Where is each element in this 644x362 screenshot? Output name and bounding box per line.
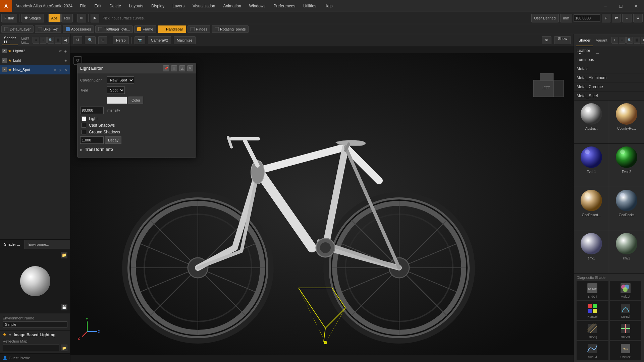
layer-frame[interactable]: Frame xyxy=(134,25,156,33)
shader-card-eval2[interactable]: Eval 2 xyxy=(609,144,644,187)
rotate-button[interactable]: ↺ xyxy=(73,36,82,44)
remove-light-button[interactable]: − xyxy=(40,37,47,44)
play-button[interactable]: ▶ xyxy=(91,14,99,22)
env-name-input[interactable] xyxy=(3,321,67,327)
rp-tab-shader[interactable]: Shader Li... xyxy=(576,34,593,46)
add-light-button[interactable]: + xyxy=(33,37,39,44)
zoom-button[interactable]: 🔍 xyxy=(85,36,96,44)
diag-curevl[interactable]: CurEvl xyxy=(610,301,642,320)
preview-folder-button[interactable]: 📁 xyxy=(61,252,67,258)
settings-button[interactable]: ⚙ xyxy=(633,14,643,22)
menu-delete[interactable]: Delete xyxy=(105,0,125,12)
light-check[interactable]: ✓ xyxy=(2,49,7,53)
menu-preferences[interactable]: Preferences xyxy=(270,0,300,12)
grid-button[interactable]: ⊞ xyxy=(77,14,86,22)
diag-mulcol[interactable]: MulCol xyxy=(610,281,642,300)
menu-layers[interactable]: Layers xyxy=(168,0,189,12)
minimize-button[interactable]: − xyxy=(598,0,613,12)
light-checkbox[interactable]: ✓ xyxy=(82,116,86,121)
viewport-canvas[interactable]: ↺ X Y Z LEFT xyxy=(70,46,574,362)
reflection-map-input[interactable] xyxy=(3,345,59,351)
rp-tab-variant[interactable]: Variant ... xyxy=(593,34,610,46)
cast-shadows-checkbox[interactable] xyxy=(82,123,86,128)
tab-shader[interactable]: Shader ... xyxy=(0,240,24,249)
light-check[interactable]: ✓ xyxy=(2,58,7,63)
browse-button[interactable]: 📁 xyxy=(61,345,67,351)
layer-trettlager[interactable]: Trettlager_cyli... xyxy=(95,25,133,33)
current-light-select[interactable]: New_Spot xyxy=(107,76,134,84)
layer-bikeref[interactable]: Bike_Ref xyxy=(35,25,61,33)
show-button[interactable]: Show xyxy=(554,36,571,44)
stages-button[interactable]: ⬟ Stages xyxy=(21,14,44,22)
value-input[interactable] xyxy=(574,14,600,22)
diag-rancol[interactable]: RanCol xyxy=(577,301,608,320)
menu-edit[interactable]: Edit xyxy=(90,0,105,12)
settings-shader-button[interactable]: ⚙ xyxy=(641,37,644,44)
transform-button[interactable]: ↔ xyxy=(622,14,632,22)
diag-horver[interactable]: HorVer xyxy=(610,321,642,340)
shader-item-leather[interactable]: Leather xyxy=(574,46,644,55)
shader-card-eval1[interactable]: Eval 1 xyxy=(574,144,609,187)
panel-expand-button[interactable]: ◀ xyxy=(62,37,69,44)
pin-button[interactable]: 📌 xyxy=(163,65,169,71)
rel-button[interactable]: Rel xyxy=(61,14,73,22)
intensity-input[interactable] xyxy=(80,107,104,114)
tab-shader-list[interactable]: Shader Li... xyxy=(2,35,18,45)
close-button[interactable]: ✕ xyxy=(629,0,644,12)
menu-visualization[interactable]: Visualization xyxy=(189,0,219,12)
diag-isoang[interactable]: IsoAng xyxy=(577,321,608,340)
filter-button[interactable]: ☰ xyxy=(55,37,61,44)
shader-item-metals[interactable]: Metals xyxy=(574,64,644,73)
guest-profile-bar[interactable]: 👤 Guest Profile xyxy=(0,353,70,362)
shader-item-luminous[interactable]: Luminous xyxy=(574,55,644,64)
snap-button[interactable]: H xyxy=(602,14,610,22)
ground-shadows-checkbox[interactable] xyxy=(82,130,86,134)
shader-card-country[interactable]: CountryRo... xyxy=(609,101,644,143)
menu-file[interactable]: File xyxy=(76,0,90,12)
camera-icon-btn[interactable]: 📷 xyxy=(135,36,145,44)
layer-accessories[interactable]: Accessories xyxy=(63,25,94,33)
menu-animation[interactable]: Animation xyxy=(219,0,245,12)
diag-surevl[interactable]: SurEvl xyxy=(577,341,608,360)
shader-card-geodesert[interactable]: GeoDesert... xyxy=(574,187,609,230)
shader-card-env2[interactable]: env2 xyxy=(609,230,644,273)
transform-info-header[interactable]: ▶ Transform Info xyxy=(80,146,193,153)
shader-item-steel[interactable]: Metal_Steel xyxy=(574,92,644,101)
decay-input[interactable] xyxy=(80,136,104,144)
filter-shader-button[interactable]: ☰ xyxy=(634,37,640,44)
shader-card-abstract[interactable]: Abstract xyxy=(574,101,609,143)
color-button[interactable]: Color xyxy=(128,97,143,104)
search-light-button[interactable]: 🔍 xyxy=(47,37,54,44)
layer-rotating[interactable]: Rotating_points xyxy=(212,25,249,33)
diag-shdoff[interactable]: ShdOff ShdOff xyxy=(577,281,608,300)
persp-button[interactable]: Persp xyxy=(113,36,129,44)
menu-utilities[interactable]: Utilities xyxy=(299,0,320,12)
shader-item-aluminum[interactable]: Metal_Aluminum xyxy=(574,73,644,82)
list-item[interactable]: ✓ ★ Light#2 👁 ◈ xyxy=(0,46,70,56)
list-item[interactable]: ✓ ★ New_Spot ◈ ▷ ✕ xyxy=(0,65,70,74)
layer-handlebar[interactable]: Handlebar xyxy=(158,25,186,33)
shader-item-chrome[interactable]: Metal_Chrome xyxy=(574,82,644,92)
eye-button[interactable]: 👁 xyxy=(542,36,551,44)
layer-defaultlayer[interactable]: DefaultLayer xyxy=(1,25,34,33)
decay-button[interactable]: Decay xyxy=(105,136,121,144)
list-item[interactable]: ✓ ★ Light ◈ xyxy=(0,56,70,65)
close-editor-button[interactable]: ✕ xyxy=(187,65,193,71)
grid-toggle-button[interactable]: ⊞ xyxy=(98,36,107,44)
list-view-button[interactable]: ☰ xyxy=(171,65,177,71)
tab-light-list[interactable]: Light Lis... xyxy=(19,36,31,45)
shader-card-env1[interactable]: env1 xyxy=(574,230,609,273)
add-shader-button[interactable]: + xyxy=(611,37,618,44)
menu-help[interactable]: Help xyxy=(320,0,337,12)
diag-usetex[interactable]: Tex UseTex xyxy=(610,341,642,360)
preview-save-button[interactable]: 💾 xyxy=(61,304,67,310)
light-check[interactable]: ✓ xyxy=(2,67,7,72)
camera-button[interactable]: Camera#2 xyxy=(148,36,171,44)
tab-environment[interactable]: Environme... xyxy=(24,240,54,249)
abs-button[interactable]: Abs xyxy=(48,14,61,22)
maximize-button[interactable]: Maximize xyxy=(174,36,195,44)
color-swatch[interactable] xyxy=(107,97,127,104)
type-select[interactable]: Spot xyxy=(107,86,125,94)
user-defined-select[interactable]: User Defined xyxy=(531,14,559,22)
remove-shader-button[interactable]: − xyxy=(619,37,626,44)
